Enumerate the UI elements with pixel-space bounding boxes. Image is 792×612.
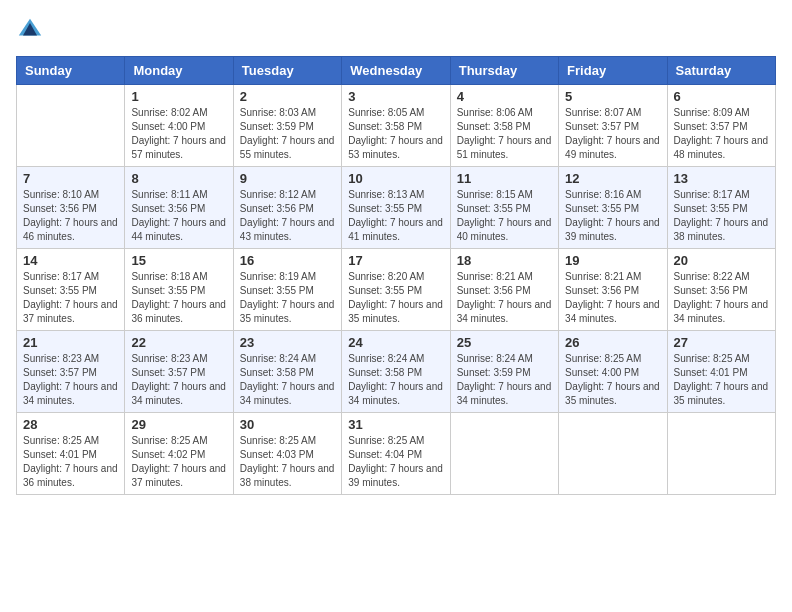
- calendar-cell: 30Sunrise: 8:25 AMSunset: 4:03 PMDayligh…: [233, 413, 341, 495]
- day-header-thursday: Thursday: [450, 57, 558, 85]
- day-info: Sunrise: 8:21 AMSunset: 3:56 PMDaylight:…: [565, 270, 660, 326]
- day-number: 17: [348, 253, 443, 268]
- day-number: 7: [23, 171, 118, 186]
- day-info: Sunrise: 8:05 AMSunset: 3:58 PMDaylight:…: [348, 106, 443, 162]
- calendar-week-row: 1Sunrise: 8:02 AMSunset: 4:00 PMDaylight…: [17, 85, 776, 167]
- calendar-cell: [17, 85, 125, 167]
- day-info: Sunrise: 8:10 AMSunset: 3:56 PMDaylight:…: [23, 188, 118, 244]
- day-info: Sunrise: 8:23 AMSunset: 3:57 PMDaylight:…: [131, 352, 226, 408]
- calendar-cell: 9Sunrise: 8:12 AMSunset: 3:56 PMDaylight…: [233, 167, 341, 249]
- calendar-cell: 12Sunrise: 8:16 AMSunset: 3:55 PMDayligh…: [559, 167, 667, 249]
- calendar-cell: 20Sunrise: 8:22 AMSunset: 3:56 PMDayligh…: [667, 249, 775, 331]
- calendar-cell: 26Sunrise: 8:25 AMSunset: 4:00 PMDayligh…: [559, 331, 667, 413]
- calendar-cell: 28Sunrise: 8:25 AMSunset: 4:01 PMDayligh…: [17, 413, 125, 495]
- calendar-cell: 1Sunrise: 8:02 AMSunset: 4:00 PMDaylight…: [125, 85, 233, 167]
- day-header-saturday: Saturday: [667, 57, 775, 85]
- day-number: 6: [674, 89, 769, 104]
- calendar-cell: [667, 413, 775, 495]
- calendar-cell: 4Sunrise: 8:06 AMSunset: 3:58 PMDaylight…: [450, 85, 558, 167]
- day-number: 2: [240, 89, 335, 104]
- day-number: 9: [240, 171, 335, 186]
- calendar-cell: 5Sunrise: 8:07 AMSunset: 3:57 PMDaylight…: [559, 85, 667, 167]
- day-info: Sunrise: 8:09 AMSunset: 3:57 PMDaylight:…: [674, 106, 769, 162]
- day-number: 21: [23, 335, 118, 350]
- day-info: Sunrise: 8:25 AMSunset: 4:02 PMDaylight:…: [131, 434, 226, 490]
- day-number: 28: [23, 417, 118, 432]
- day-number: 8: [131, 171, 226, 186]
- calendar-cell: [559, 413, 667, 495]
- calendar-week-row: 28Sunrise: 8:25 AMSunset: 4:01 PMDayligh…: [17, 413, 776, 495]
- calendar-week-row: 7Sunrise: 8:10 AMSunset: 3:56 PMDaylight…: [17, 167, 776, 249]
- day-header-tuesday: Tuesday: [233, 57, 341, 85]
- day-number: 4: [457, 89, 552, 104]
- day-number: 14: [23, 253, 118, 268]
- day-number: 22: [131, 335, 226, 350]
- day-number: 11: [457, 171, 552, 186]
- day-number: 16: [240, 253, 335, 268]
- day-number: 26: [565, 335, 660, 350]
- calendar-cell: 8Sunrise: 8:11 AMSunset: 3:56 PMDaylight…: [125, 167, 233, 249]
- day-number: 30: [240, 417, 335, 432]
- day-header-friday: Friday: [559, 57, 667, 85]
- day-number: 5: [565, 89, 660, 104]
- day-info: Sunrise: 8:07 AMSunset: 3:57 PMDaylight:…: [565, 106, 660, 162]
- day-info: Sunrise: 8:19 AMSunset: 3:55 PMDaylight:…: [240, 270, 335, 326]
- day-info: Sunrise: 8:11 AMSunset: 3:56 PMDaylight:…: [131, 188, 226, 244]
- day-number: 19: [565, 253, 660, 268]
- day-info: Sunrise: 8:22 AMSunset: 3:56 PMDaylight:…: [674, 270, 769, 326]
- calendar-cell: 17Sunrise: 8:20 AMSunset: 3:55 PMDayligh…: [342, 249, 450, 331]
- calendar-table: SundayMondayTuesdayWednesdayThursdayFrid…: [16, 56, 776, 495]
- day-number: 15: [131, 253, 226, 268]
- calendar-cell: 15Sunrise: 8:18 AMSunset: 3:55 PMDayligh…: [125, 249, 233, 331]
- day-info: Sunrise: 8:25 AMSunset: 4:01 PMDaylight:…: [23, 434, 118, 490]
- day-info: Sunrise: 8:21 AMSunset: 3:56 PMDaylight:…: [457, 270, 552, 326]
- day-number: 20: [674, 253, 769, 268]
- day-info: Sunrise: 8:06 AMSunset: 3:58 PMDaylight:…: [457, 106, 552, 162]
- day-info: Sunrise: 8:20 AMSunset: 3:55 PMDaylight:…: [348, 270, 443, 326]
- calendar-cell: 29Sunrise: 8:25 AMSunset: 4:02 PMDayligh…: [125, 413, 233, 495]
- calendar-cell: 24Sunrise: 8:24 AMSunset: 3:58 PMDayligh…: [342, 331, 450, 413]
- day-info: Sunrise: 8:17 AMSunset: 3:55 PMDaylight:…: [23, 270, 118, 326]
- calendar-header-row: SundayMondayTuesdayWednesdayThursdayFrid…: [17, 57, 776, 85]
- day-info: Sunrise: 8:24 AMSunset: 3:58 PMDaylight:…: [240, 352, 335, 408]
- calendar-cell: 31Sunrise: 8:25 AMSunset: 4:04 PMDayligh…: [342, 413, 450, 495]
- day-number: 27: [674, 335, 769, 350]
- day-number: 25: [457, 335, 552, 350]
- page-header: [16, 16, 776, 44]
- day-number: 12: [565, 171, 660, 186]
- day-info: Sunrise: 8:25 AMSunset: 4:03 PMDaylight:…: [240, 434, 335, 490]
- calendar-cell: 2Sunrise: 8:03 AMSunset: 3:59 PMDaylight…: [233, 85, 341, 167]
- calendar-cell: 3Sunrise: 8:05 AMSunset: 3:58 PMDaylight…: [342, 85, 450, 167]
- day-info: Sunrise: 8:17 AMSunset: 3:55 PMDaylight:…: [674, 188, 769, 244]
- day-info: Sunrise: 8:16 AMSunset: 3:55 PMDaylight:…: [565, 188, 660, 244]
- calendar-cell: 13Sunrise: 8:17 AMSunset: 3:55 PMDayligh…: [667, 167, 775, 249]
- day-info: Sunrise: 8:12 AMSunset: 3:56 PMDaylight:…: [240, 188, 335, 244]
- calendar-cell: 7Sunrise: 8:10 AMSunset: 3:56 PMDaylight…: [17, 167, 125, 249]
- day-info: Sunrise: 8:25 AMSunset: 4:00 PMDaylight:…: [565, 352, 660, 408]
- day-header-sunday: Sunday: [17, 57, 125, 85]
- day-number: 3: [348, 89, 443, 104]
- calendar-cell: 11Sunrise: 8:15 AMSunset: 3:55 PMDayligh…: [450, 167, 558, 249]
- day-number: 1: [131, 89, 226, 104]
- day-info: Sunrise: 8:23 AMSunset: 3:57 PMDaylight:…: [23, 352, 118, 408]
- calendar-cell: 10Sunrise: 8:13 AMSunset: 3:55 PMDayligh…: [342, 167, 450, 249]
- calendar-cell: 19Sunrise: 8:21 AMSunset: 3:56 PMDayligh…: [559, 249, 667, 331]
- day-header-wednesday: Wednesday: [342, 57, 450, 85]
- day-info: Sunrise: 8:18 AMSunset: 3:55 PMDaylight:…: [131, 270, 226, 326]
- calendar-cell: 6Sunrise: 8:09 AMSunset: 3:57 PMDaylight…: [667, 85, 775, 167]
- calendar-cell: 25Sunrise: 8:24 AMSunset: 3:59 PMDayligh…: [450, 331, 558, 413]
- day-number: 31: [348, 417, 443, 432]
- day-number: 23: [240, 335, 335, 350]
- day-info: Sunrise: 8:02 AMSunset: 4:00 PMDaylight:…: [131, 106, 226, 162]
- day-number: 29: [131, 417, 226, 432]
- day-header-monday: Monday: [125, 57, 233, 85]
- day-info: Sunrise: 8:13 AMSunset: 3:55 PMDaylight:…: [348, 188, 443, 244]
- calendar-cell: 14Sunrise: 8:17 AMSunset: 3:55 PMDayligh…: [17, 249, 125, 331]
- logo: [16, 16, 48, 44]
- day-number: 24: [348, 335, 443, 350]
- calendar-week-row: 21Sunrise: 8:23 AMSunset: 3:57 PMDayligh…: [17, 331, 776, 413]
- calendar-cell: 27Sunrise: 8:25 AMSunset: 4:01 PMDayligh…: [667, 331, 775, 413]
- day-info: Sunrise: 8:25 AMSunset: 4:01 PMDaylight:…: [674, 352, 769, 408]
- day-info: Sunrise: 8:24 AMSunset: 3:58 PMDaylight:…: [348, 352, 443, 408]
- day-number: 18: [457, 253, 552, 268]
